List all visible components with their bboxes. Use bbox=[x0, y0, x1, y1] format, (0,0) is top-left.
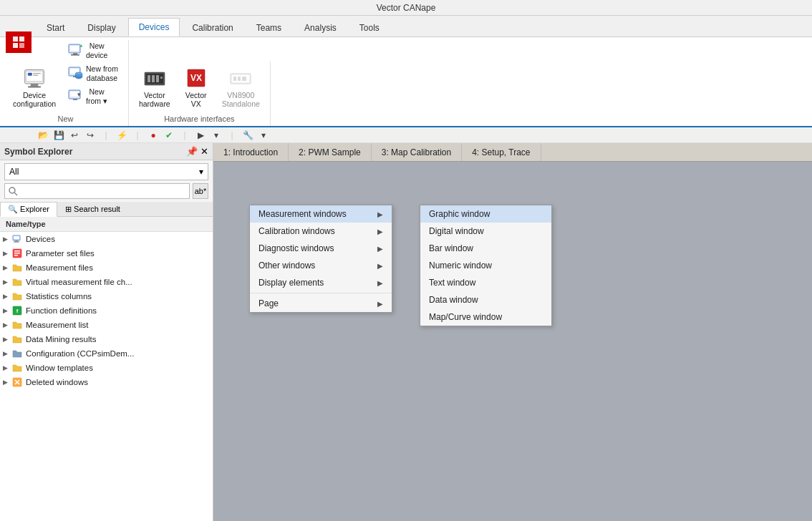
qa-dropdown[interactable]: ▾ bbox=[209, 129, 223, 142]
func-icon: f bbox=[11, 305, 23, 316]
svg-rect-44 bbox=[14, 242, 19, 243]
tree-item-meas-list[interactable]: ▶ Measurement list bbox=[0, 318, 213, 332]
device-icon bbox=[11, 233, 23, 245]
submenu-arrow-icon2: ▶ bbox=[377, 228, 383, 235]
vector-hardware-button[interactable]: Vectorhardware bbox=[135, 62, 175, 110]
menu-data-window[interactable]: Data window bbox=[420, 291, 551, 308]
search-row: ab* bbox=[4, 183, 208, 199]
new-from-button[interactable]: ▾ Newfrom ▾ bbox=[63, 86, 122, 107]
tab-explorer[interactable]: 🔍 Explorer bbox=[0, 202, 57, 217]
tree-label-devices: Devices bbox=[26, 235, 55, 243]
tree-label-stats: Statistics columns bbox=[26, 292, 92, 301]
svg-rect-6 bbox=[31, 84, 39, 87]
menu-measurement-windows[interactable]: Measurement windows ▶ bbox=[250, 205, 392, 223]
tree-item-statistics[interactable]: ▶ Statistics columns bbox=[0, 289, 213, 303]
svg-rect-30 bbox=[156, 75, 159, 82]
content-tab-setup[interactable]: 4: Setup, Trace bbox=[462, 143, 541, 161]
tree-item-function-defs[interactable]: ▶ f Function definitions bbox=[0, 303, 213, 318]
tree-item-window-templates[interactable]: ▶ Window templates bbox=[0, 361, 213, 375]
qa-open[interactable]: 📂 bbox=[36, 129, 50, 142]
svg-point-21 bbox=[75, 72, 82, 75]
new-from-database-button[interactable]: New fromdatabase bbox=[63, 63, 122, 84]
folder-icon5 bbox=[11, 333, 23, 345]
qa-sep1: | bbox=[99, 129, 113, 142]
content-tab-pwm[interactable]: 2: PWM Sample bbox=[289, 143, 372, 161]
svg-rect-38 bbox=[242, 77, 246, 81]
hardware-group-label: Hardware interfaces bbox=[135, 113, 264, 126]
folder-icon4 bbox=[11, 319, 23, 331]
svg-rect-2 bbox=[13, 43, 18, 48]
arrow-icon: ▶ bbox=[3, 250, 11, 257]
menu-digital-window[interactable]: Digital window bbox=[420, 223, 551, 240]
tab-calibration[interactable]: Calibration bbox=[181, 18, 243, 36]
tree-item-parameter-set[interactable]: ▶ Parameter set files bbox=[0, 246, 213, 260]
qa-check[interactable]: ✔ bbox=[162, 129, 176, 142]
menu-graphic-window[interactable]: Graphic window bbox=[420, 205, 551, 223]
qa-undo[interactable]: ↩ bbox=[67, 129, 82, 142]
content-tab-intro[interactable]: 1: Introduction bbox=[213, 143, 289, 161]
qa-settings[interactable]: 🔧 bbox=[241, 129, 255, 142]
menu-display-elements-label: Display elements bbox=[258, 278, 324, 288]
svg-rect-10 bbox=[33, 74, 38, 75]
qa-dropdown2[interactable]: ▾ bbox=[256, 129, 271, 142]
svg-rect-12 bbox=[70, 46, 79, 51]
tree-label-func: Function definitions bbox=[26, 306, 97, 315]
menu-text-window[interactable]: Text window bbox=[420, 274, 551, 291]
menu-numeric-window[interactable]: Numeric window bbox=[420, 257, 551, 274]
tree-item-data-mining[interactable]: ▶ Data Mining results bbox=[0, 332, 213, 346]
content-tab-map-cal[interactable]: 3: Map Calibration bbox=[372, 143, 462, 161]
tab-start[interactable]: Start bbox=[36, 18, 75, 36]
tab-tools[interactable]: Tools bbox=[349, 18, 390, 36]
vn8900-icon bbox=[229, 67, 252, 89]
folder-icon2 bbox=[11, 276, 23, 288]
tree-item-virtual-meas[interactable]: ▶ Virtual measurement file ch... bbox=[0, 275, 213, 289]
menu-bar-window[interactable]: Bar window bbox=[420, 240, 551, 257]
menu-page[interactable]: Page ▶ bbox=[250, 295, 392, 312]
tree-item-deleted[interactable]: ▶ Deleted windows bbox=[0, 375, 213, 389]
menu-other-windows[interactable]: Other windows ▶ bbox=[250, 257, 392, 274]
close-icon[interactable]: ✕ bbox=[200, 146, 208, 157]
tree-header: Name/type bbox=[0, 217, 213, 232]
qa-arrow[interactable]: ▶ bbox=[193, 129, 208, 142]
menu-map-curve-window[interactable]: Map/Curve window bbox=[420, 308, 551, 326]
new-from-database-icon bbox=[67, 65, 83, 81]
param-icon bbox=[11, 248, 23, 259]
tab-devices[interactable]: Devices bbox=[128, 18, 180, 36]
tab-analysis[interactable]: Analysis bbox=[294, 18, 347, 36]
tree-item-measurement-files[interactable]: ▶ Measurement files bbox=[0, 260, 213, 275]
qa-sep2: | bbox=[130, 129, 145, 142]
search-icon-btn[interactable] bbox=[4, 183, 190, 199]
tab-search-result[interactable]: ⊞ Search result bbox=[57, 202, 128, 216]
device-config-button[interactable]: Deviceconfiguration bbox=[9, 62, 60, 110]
tree-item-devices[interactable]: ▶ Devices bbox=[0, 232, 213, 246]
menu-page-label: Page bbox=[258, 298, 279, 308]
qa-save[interactable]: 💾 bbox=[52, 129, 66, 142]
vn8900-button[interactable]: VN8900Standalone bbox=[218, 62, 264, 110]
qa-flash[interactable]: ⚡ bbox=[115, 129, 129, 142]
menu-graphic-window-label: Graphic window bbox=[429, 209, 490, 219]
vector-hardware-label: Vectorhardware bbox=[139, 91, 170, 109]
new-device-button[interactable]: + Newdevice bbox=[63, 40, 122, 62]
menu-display-elements[interactable]: Display elements ▶ bbox=[250, 274, 392, 291]
pin-icon[interactable]: 📌 bbox=[186, 146, 198, 157]
all-dropdown[interactable]: All ▾ bbox=[4, 163, 208, 180]
svg-rect-7 bbox=[28, 86, 41, 87]
vector-vx-button[interactable]: VX VectorVX bbox=[178, 62, 215, 110]
svg-text:▾: ▾ bbox=[77, 91, 81, 98]
menu-diagnostic-windows[interactable]: Diagnostic windows ▶ bbox=[250, 240, 392, 257]
primary-context-menu: Measurement windows ▶ Calibration window… bbox=[249, 205, 392, 313]
all-dropdown-value: All bbox=[9, 167, 19, 177]
tab-teams[interactable]: Teams bbox=[246, 18, 292, 36]
menu-data-window-label: Data window bbox=[429, 295, 478, 305]
menu-calibration-windows[interactable]: Calibration windows ▶ bbox=[250, 223, 392, 240]
search-pattern-btn[interactable]: ab* bbox=[193, 183, 208, 199]
tab-display[interactable]: Display bbox=[77, 18, 126, 36]
tree-item-config[interactable]: ▶ Configuration (CCPsimDem... bbox=[0, 346, 213, 361]
app-button[interactable] bbox=[6, 31, 32, 53]
title-bar: Vector CANape bbox=[0, 0, 812, 16]
main-layout: Symbol Explorer 📌 ✕ All ▾ ab* 🔍 Explorer… bbox=[0, 143, 812, 521]
qa-record[interactable]: ● bbox=[146, 129, 160, 142]
qa-undo2[interactable]: ↪ bbox=[83, 129, 97, 142]
arrow-icon: ▶ bbox=[3, 336, 11, 343]
arrow-icon: ▶ bbox=[3, 364, 11, 371]
